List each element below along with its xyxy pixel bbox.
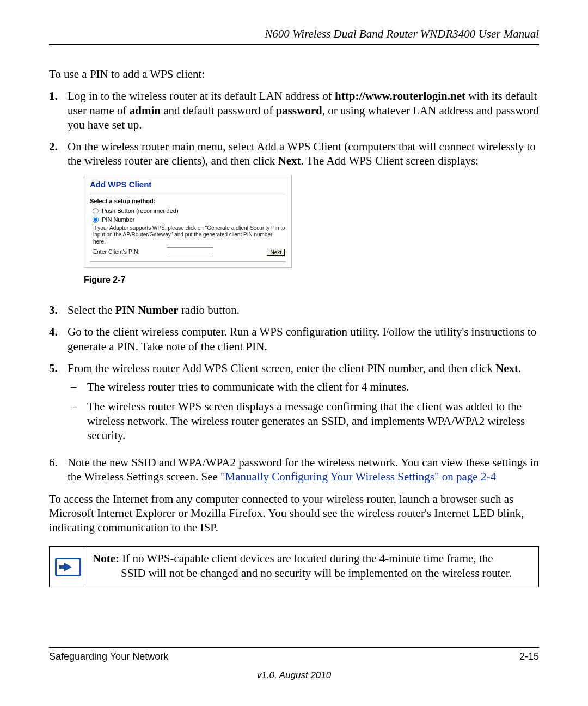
- step-6-content: Note the new SSID and WPA/WPA2 password …: [68, 455, 539, 484]
- arrow-right-icon: [55, 558, 81, 576]
- wps-title: Add WPS Client: [90, 180, 286, 190]
- next-button[interactable]: Next: [267, 249, 285, 256]
- intro-text: To use a PIN to add a WPS client:: [49, 67, 539, 81]
- step5-bullet-2: The wireless router WPS screen displays …: [87, 399, 539, 442]
- access-internet-para: To access the Internet from any computer…: [49, 492, 539, 535]
- footer-page: 2-15: [519, 651, 539, 662]
- step5-bullet-1: The wireless router tries to communicate…: [87, 380, 539, 394]
- step-number-3: 3.: [49, 303, 68, 317]
- step-number-1: 1.: [49, 89, 68, 132]
- radio-pin-number[interactable]: PIN Number: [92, 216, 286, 224]
- wps-screenshot: Add WPS Client Select a setup method: Pu…: [84, 175, 292, 269]
- dash-bullet: –: [68, 399, 87, 442]
- radio-pin-input[interactable]: [93, 217, 99, 223]
- wps-help-text: If your Adapter supports WPS, please cli…: [93, 225, 286, 246]
- step-2-content: On the wireless router main menu, select…: [68, 139, 539, 295]
- step-5-content: From the wireless router Add WPS Client …: [68, 361, 539, 448]
- manual-config-link[interactable]: "Manually Configuring Your Wireless Sett…: [220, 470, 496, 483]
- dash-bullet: –: [68, 380, 87, 394]
- footer-section: Safeguarding Your Network: [49, 651, 168, 662]
- client-pin-input[interactable]: [167, 247, 213, 257]
- figure-caption: Figure 2-7: [84, 275, 539, 285]
- note-text: Note: If no WPS-capable client devices a…: [87, 547, 518, 587]
- step-4-content: Go to the client wireless computer. Run …: [68, 325, 539, 354]
- step-number-5: 5.: [49, 361, 68, 448]
- step-3-content: Select the PIN Number radio button.: [68, 303, 539, 317]
- step-number-4: 4.: [49, 325, 68, 354]
- step-number-2: 2.: [49, 139, 68, 295]
- radio-push-button[interactable]: Push Button (recommended): [92, 208, 286, 215]
- enter-pin-label: Enter Client's PIN:: [93, 248, 139, 255]
- step-number-6: 6.: [49, 455, 68, 484]
- step-1-content: Log in to the wireless router at its def…: [68, 89, 539, 132]
- page-header: N600 Wireless Dual Band Router WNDR3400 …: [49, 27, 539, 45]
- wps-select-label: Select a setup method:: [90, 198, 286, 205]
- footer-version: v1.0, August 2010: [49, 670, 539, 681]
- note-box: Note: If no WPS-capable client devices a…: [49, 546, 539, 587]
- radio-push-input[interactable]: [93, 208, 99, 214]
